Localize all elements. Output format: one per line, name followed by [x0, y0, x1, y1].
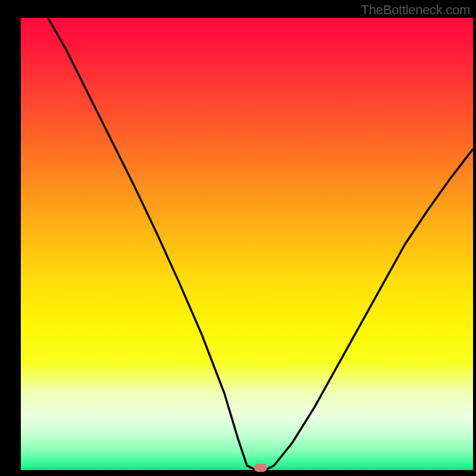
chart-container: TheBottleneck.com — [0, 0, 476, 476]
bottleneck-curve — [48, 18, 473, 470]
optimal-marker — [254, 464, 267, 472]
plot-area — [21, 18, 473, 470]
watermark-text: TheBottleneck.com — [361, 2, 470, 18]
curve-svg — [21, 18, 473, 470]
